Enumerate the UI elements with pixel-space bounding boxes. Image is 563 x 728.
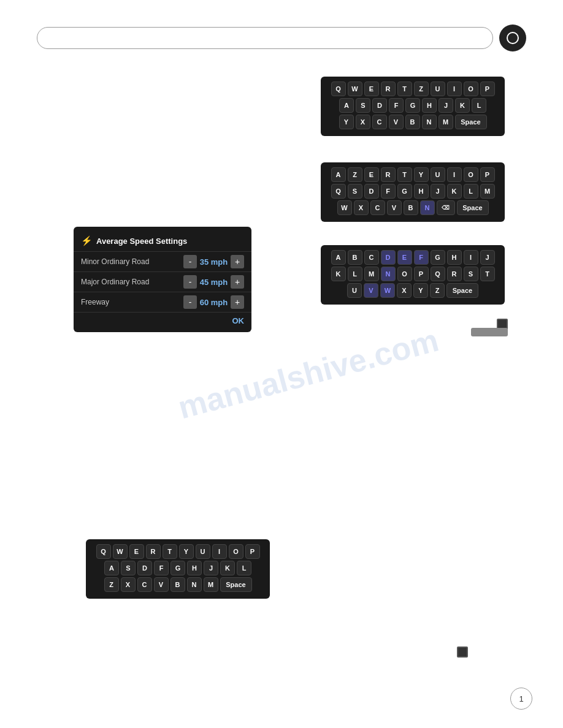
kb2-key-R[interactable]: R [381,167,396,182]
speed-plus-minor[interactable]: + [231,255,244,268]
kb2-key-X[interactable]: X [354,200,369,215]
speed-minus-major[interactable]: - [183,275,197,289]
kb3-key-G[interactable]: G [431,250,445,265]
speed-ok-button[interactable]: OK [232,316,245,325]
kb3-key-S[interactable]: S [464,267,478,281]
kb1-key-C[interactable]: C [372,115,387,129]
search-input[interactable] [48,32,481,43]
kb3-key-T[interactable]: T [480,267,495,281]
kbb-key-N[interactable]: N [187,577,202,592]
kb1-key-V[interactable]: V [389,115,404,129]
kbb-key-R[interactable]: R [146,544,161,559]
kb1-key-space[interactable]: Space [455,115,487,129]
kb1-key-B[interactable]: B [405,115,420,129]
kb3-key-C[interactable]: C [364,250,379,265]
kb1-key-W[interactable]: W [348,82,362,96]
kb3-key-Y[interactable]: Y [413,283,428,298]
kb1-key-Z[interactable]: Z [414,82,429,96]
kb2-key-G[interactable]: G [397,184,412,199]
kb1-key-T[interactable]: T [397,82,412,96]
kb1-key-S[interactable]: S [356,98,370,113]
kb2-key-J[interactable]: J [431,184,445,199]
kbb-key-F[interactable]: F [154,561,169,575]
kb3-key-M[interactable]: M [364,267,379,281]
kb2-key-H[interactable]: H [414,184,429,199]
kb3-key-E[interactable]: E [397,250,412,265]
kb2-key-V[interactable]: V [387,200,402,215]
search-input-wrapper[interactable] [37,27,493,49]
kbb-key-A[interactable]: A [104,561,119,575]
kb2-key-L[interactable]: L [464,184,478,199]
kb3-key-V[interactable]: V [364,283,378,298]
kb1-key-O[interactable]: O [464,82,478,96]
kbb-key-O[interactable]: O [229,544,243,559]
kb2-key-Q[interactable]: Q [331,184,346,199]
kb2-key-Z[interactable]: Z [348,167,362,182]
kb1-key-P[interactable]: P [480,82,495,96]
kb3-key-L[interactable]: L [348,267,362,281]
kb3-key-X[interactable]: X [397,283,412,298]
kbb-key-C[interactable]: C [137,577,152,592]
kb3-key-I[interactable]: I [464,250,478,265]
kb1-key-J[interactable]: J [439,98,453,113]
speed-minus-minor[interactable]: - [183,255,197,268]
kb2-key-F[interactable]: F [381,184,396,199]
kbb-key-H[interactable]: H [187,561,202,575]
kb2-key-U[interactable]: U [431,167,445,182]
kb3-key-N[interactable]: N [381,267,396,281]
kb2-key-E[interactable]: E [364,167,379,182]
kb2-key-B[interactable]: B [404,200,418,215]
kb2-key-C[interactable]: C [370,200,385,215]
kb2-key-S[interactable]: S [348,184,362,199]
kb1-key-X[interactable]: X [356,115,370,129]
kb1-key-H[interactable]: H [422,98,437,113]
kbb-key-J[interactable]: J [204,561,218,575]
kbb-key-I[interactable]: I [212,544,227,559]
kb2-key-N[interactable]: N [420,200,435,215]
kb1-key-G[interactable]: G [405,98,420,113]
kbb-key-Z[interactable]: Z [104,577,119,592]
kb2-key-backspace[interactable]: ⌫ [437,200,455,215]
kb1-key-A[interactable]: A [339,98,354,113]
kb3-key-R[interactable]: R [447,267,462,281]
speed-plus-major[interactable]: + [231,275,244,289]
gray-scrollbar[interactable] [471,328,508,336]
kb2-key-A[interactable]: A [331,167,346,182]
kb1-key-U[interactable]: U [431,82,445,96]
kb3-key-Z[interactable]: Z [430,283,445,298]
kb2-key-D[interactable]: D [364,184,379,199]
kb1-key-K[interactable]: K [455,98,470,113]
kb2-key-T[interactable]: T [397,167,412,182]
kbb-key-X[interactable]: X [121,577,136,592]
kbb-key-V[interactable]: V [154,577,169,592]
kb1-key-M[interactable]: M [439,115,453,129]
kbb-key-Q[interactable]: Q [96,544,111,559]
kbb-key-W[interactable]: W [113,544,128,559]
kb1-key-R[interactable]: R [381,82,396,96]
kb2-key-O[interactable]: O [464,167,478,182]
kb1-key-F[interactable]: F [389,98,404,113]
kb3-key-B[interactable]: B [348,250,362,265]
kbb-key-T[interactable]: T [163,544,177,559]
speed-plus-freeway[interactable]: + [231,295,244,309]
kb3-key-J[interactable]: J [480,250,495,265]
kb3-key-P[interactable]: P [414,267,429,281]
kb3-key-D[interactable]: D [381,250,396,265]
kb3-key-O[interactable]: O [397,267,412,281]
kbb-key-M[interactable]: M [204,577,218,592]
kbb-key-U[interactable]: U [196,544,210,559]
kb2-key-M[interactable]: M [480,184,495,199]
speed-minus-freeway[interactable]: - [183,295,197,309]
kb2-key-P[interactable]: P [480,167,495,182]
kb3-key-space[interactable]: Space [446,283,478,298]
kb1-key-D[interactable]: D [372,98,387,113]
kbb-key-E[interactable]: E [129,544,144,559]
kb3-key-F[interactable]: F [414,250,429,265]
kb1-key-Q[interactable]: Q [331,82,346,96]
kb2-key-I[interactable]: I [447,167,462,182]
kb1-key-N[interactable]: N [422,115,437,129]
kb1-key-E[interactable]: E [364,82,379,96]
kb3-key-K[interactable]: K [331,267,346,281]
kbb-key-B[interactable]: B [170,577,185,592]
kb2-key-space[interactable]: Space [457,200,489,215]
